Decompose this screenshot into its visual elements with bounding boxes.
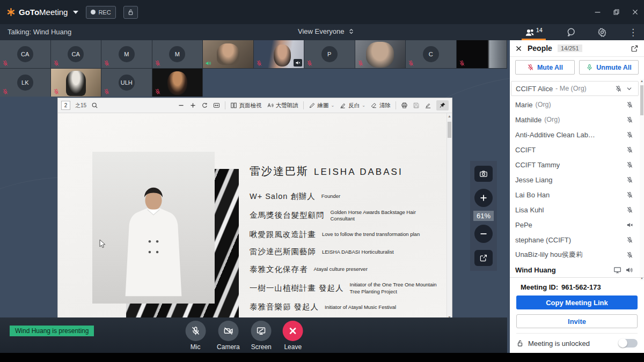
video-tile[interactable] xyxy=(203,40,254,68)
people-count: 14 xyxy=(536,27,543,33)
bottom-control-bar: Wind Huang is presenting MicCameraScreen… xyxy=(0,317,507,353)
goto-asterisk-icon xyxy=(6,8,16,17)
pin-toolbar-button[interactable] xyxy=(436,100,449,110)
lock-meeting-button[interactable] xyxy=(123,6,138,19)
zoom-in-icon[interactable] xyxy=(189,102,196,109)
participant-name: Wind Huang xyxy=(515,266,556,274)
record-label: REC xyxy=(98,9,111,16)
more-options-button[interactable]: ⋮ xyxy=(628,28,638,37)
mute-all-button[interactable]: Mute All xyxy=(515,60,575,75)
settings-gear-button[interactable] xyxy=(597,27,607,37)
participant-avatar: C xyxy=(423,46,439,62)
snapshot-button[interactable] xyxy=(474,166,493,182)
minimize-button[interactable] xyxy=(594,9,601,16)
unmute-all-button[interactable]: Unmute All xyxy=(579,60,639,75)
video-tile[interactable]: P xyxy=(304,40,355,68)
leave-button-circle xyxy=(283,321,303,341)
read-aloud-button[interactable]: 大聲朗讀 xyxy=(267,102,298,109)
video-tile[interactable] xyxy=(355,40,406,68)
scrollbar-thumb[interactable] xyxy=(640,85,643,115)
chevron-down-icon: ⌄ xyxy=(331,103,335,108)
video-tile[interactable] xyxy=(254,40,305,68)
participant-avatar: ULH xyxy=(119,75,135,91)
zoom-out-icon[interactable] xyxy=(178,102,185,109)
video-tile[interactable] xyxy=(51,69,102,97)
participant-row[interactable]: UnaBiz-lily hou侯慶莉 xyxy=(510,247,640,262)
close-panel-button[interactable] xyxy=(515,45,522,52)
view-selector[interactable]: View Everyone xyxy=(298,27,355,35)
fit-width-icon[interactable] xyxy=(213,102,220,109)
participant-row[interactable]: Wind Huang xyxy=(510,262,640,277)
participant-row[interactable]: Jesse Liang xyxy=(510,172,640,187)
popout-view-button[interactable] xyxy=(474,250,493,266)
scrollbar-thumb[interactable] xyxy=(448,122,451,138)
mic-muted-icon xyxy=(191,326,200,336)
participant-status-icons xyxy=(626,206,633,213)
popout-panel-button[interactable] xyxy=(631,45,639,53)
camera-button[interactable]: Camera xyxy=(217,321,240,351)
erase-button[interactable]: 清除 xyxy=(370,102,391,109)
edit-icon[interactable] xyxy=(425,102,431,109)
popout-icon xyxy=(479,254,488,262)
participant-row[interactable]: CCIFT Tammy xyxy=(510,157,640,172)
video-tile[interactable]: LK xyxy=(0,69,51,97)
zoom-out-button[interactable] xyxy=(474,225,493,243)
save-icon[interactable] xyxy=(413,102,420,109)
participant-name: stephane (CCIFT) xyxy=(515,236,571,244)
participant-scrollbar[interactable]: ▲ ▼ xyxy=(640,79,644,280)
speaker-muted-icon xyxy=(626,221,633,228)
people-tab[interactable]: 14 xyxy=(523,27,545,38)
participant-row[interactable]: PePe xyxy=(510,217,640,232)
video-tile[interactable]: M xyxy=(101,40,152,68)
rotate-icon[interactable] xyxy=(201,102,208,109)
participant-row[interactable]: CCIFT xyxy=(510,142,640,157)
participant-row[interactable]: stephane (CCIFT) xyxy=(510,232,640,247)
close-button[interactable] xyxy=(632,9,639,16)
video-tile[interactable]: M xyxy=(152,40,203,68)
record-button[interactable]: REC xyxy=(86,6,115,19)
page-number-input[interactable]: 2 xyxy=(61,101,70,110)
participant-row[interactable]: CCIFT Alice- Me (Org) xyxy=(511,81,639,96)
mic-muted-icon xyxy=(155,88,161,95)
lock-toggle[interactable] xyxy=(618,339,638,348)
video-tile[interactable]: CA xyxy=(51,40,102,68)
video-tile[interactable]: ULH xyxy=(101,69,152,97)
camera-icon xyxy=(479,169,488,178)
participant-row[interactable]: Lisa Kuhl xyxy=(510,202,640,217)
brand-caret-icon[interactable] xyxy=(73,11,78,14)
mic-muted-icon xyxy=(2,88,9,95)
speaker-muted-icon xyxy=(294,59,302,67)
restore-button[interactable] xyxy=(613,9,620,16)
zoom-in-button[interactable] xyxy=(474,189,493,207)
video-tile[interactable] xyxy=(457,40,508,68)
copy-meeting-link-button[interactable]: Copy Meeting Link xyxy=(516,295,638,309)
participant-row[interactable]: Anti-Additive Clean Label-... xyxy=(510,127,640,142)
gotomeeting-logo[interactable]: GoToMeeting xyxy=(6,8,78,17)
camera-off-icon xyxy=(223,326,233,336)
participant-row[interactable]: Marie(Org) xyxy=(510,97,640,112)
print-icon[interactable] xyxy=(401,102,408,109)
participant-row[interactable]: Lai Bo Han xyxy=(510,187,640,202)
video-tile[interactable]: CA xyxy=(0,40,51,68)
video-tile[interactable] xyxy=(152,69,203,97)
draw-button[interactable]: 繪圖 ⌄ xyxy=(309,102,335,109)
mic-button[interactable]: Mic xyxy=(185,321,206,351)
leave-button[interactable]: Leave xyxy=(283,321,303,351)
brand-name: GoToMeeting xyxy=(19,8,68,17)
page-view-button[interactable]: 頁面檢視 xyxy=(230,102,262,109)
video-tile[interactable]: C xyxy=(406,40,457,68)
lock-status-label: Meeting is unlocked xyxy=(528,339,590,348)
participant-row[interactable]: Mathilde(Org) xyxy=(510,112,640,127)
chat-button[interactable] xyxy=(566,27,576,37)
leave-label: Leave xyxy=(284,343,302,351)
doc-line: 一樹一山植樹計畫 發起人Initiator of the One Tree On… xyxy=(250,282,443,295)
participant-name: UnaBiz-lily hou侯慶莉 xyxy=(515,250,583,260)
document-scrollbar[interactable]: ▲ ▼ xyxy=(447,113,452,320)
invite-button[interactable]: Invite xyxy=(516,314,638,328)
search-icon[interactable] xyxy=(91,102,98,109)
participant-name: CCIFT Alice xyxy=(516,85,553,93)
highlight-button[interactable]: 反白 ⌄ xyxy=(339,102,365,109)
portrait-photo xyxy=(92,152,215,304)
screen-button[interactable]: Screen xyxy=(251,321,272,351)
pdf-page[interactable]: 雷沙達巴斯 LEISHA DABASI W+ Salon 創辦人Founder金… xyxy=(58,113,447,320)
